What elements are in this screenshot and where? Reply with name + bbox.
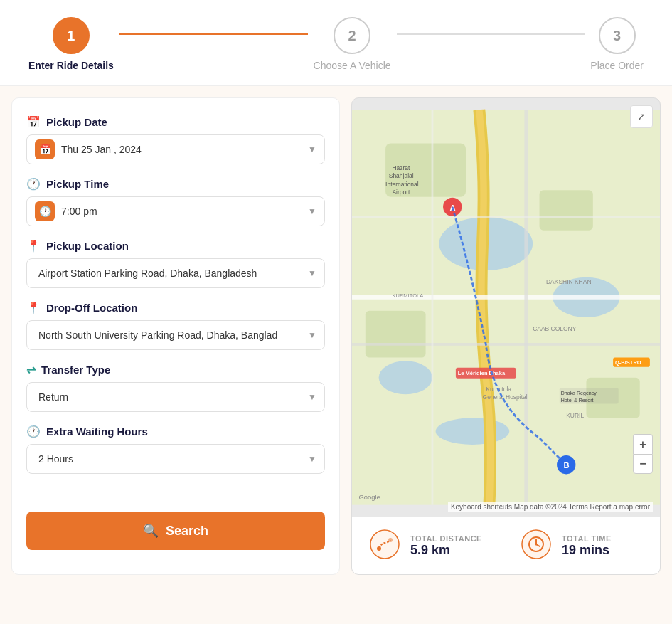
- pickup-date-group: 📅 Pickup Date 📅 Thu 25 Jan , 2024 ▼: [26, 115, 325, 164]
- distance-text: TOTAL DISTANCE 5.9 km: [410, 534, 482, 558]
- step-2-circle: 2: [334, 17, 370, 54]
- distance-icon-wrap: [369, 529, 400, 563]
- transfer-type-select[interactable]: Return One Way: [26, 382, 325, 412]
- dropoff-location-group: 📍 Drop-Off Location North South Universi…: [26, 301, 325, 350]
- right-panel: Hazrat Shahjalal International Airport D…: [351, 97, 661, 575]
- main-content: 📅 Pickup Date 📅 Thu 25 Jan , 2024 ▼ 🕐 Pi…: [0, 86, 672, 586]
- time-text: TOTAL TIME 19 mins: [562, 534, 612, 558]
- pickup-date-label: 📅 Pickup Date: [26, 115, 325, 129]
- step-line-1: [119, 33, 308, 35]
- svg-point-43: [535, 544, 538, 546]
- extra-waiting-select[interactable]: 2 Hours 1 Hour 3 Hours: [26, 444, 325, 474]
- extra-waiting-wrapper: 2 Hours 1 Hour 3 Hours ▼: [26, 444, 325, 474]
- pickup-time-group: 🕐 Pickup Time 🕐 7:00 pm ▼: [26, 177, 325, 226]
- pickup-date-wrapper: 📅 Thu 25 Jan , 2024 ▼: [26, 134, 325, 164]
- distance-stat: TOTAL DISTANCE 5.9 km: [369, 529, 491, 563]
- stepper-section: 1 Enter Ride Details 2 Choose A Vehicle …: [0, 0, 672, 86]
- pickup-date-select[interactable]: Thu 25 Jan , 2024: [26, 134, 325, 164]
- svg-text:Dhaka Regency: Dhaka Regency: [561, 391, 597, 396]
- calendar-select-icon: 📅: [35, 139, 55, 159]
- pickup-location-select[interactable]: Airport Station Parking Road, Dhaka, Ban…: [26, 258, 325, 288]
- step-3-label: Place Order: [590, 60, 644, 71]
- calendar-icon: 📅: [26, 115, 41, 129]
- pickup-time-wrapper: 🕐 7:00 pm ▼: [26, 196, 325, 226]
- svg-point-36: [370, 530, 399, 559]
- stats-bar: TOTAL DISTANCE 5.9 km: [351, 517, 661, 575]
- extra-waiting-label: 🕐 Extra Waiting Hours: [26, 425, 325, 438]
- svg-text:General Hospital: General Hospital: [483, 393, 528, 401]
- svg-text:CAAB COLONY: CAAB COLONY: [533, 325, 577, 332]
- pickup-location-label: 📍 Pickup Location: [26, 239, 325, 253]
- extra-waiting-group: 🕐 Extra Waiting Hours 2 Hours 1 Hour 3 H…: [26, 425, 325, 474]
- zoom-in-button[interactable]: +: [633, 434, 653, 454]
- transfer-icon: ⇌: [26, 363, 36, 376]
- svg-point-3: [379, 361, 432, 394]
- map-zoom-controls: + −: [633, 434, 653, 474]
- dropoff-location-wrapper: North South University Parking Road, Dha…: [26, 320, 325, 350]
- left-panel: 📅 Pickup Date 📅 Thu 25 Jan , 2024 ▼ 🕐 Pi…: [11, 97, 340, 575]
- map-container: Hazrat Shahjalal International Airport D…: [351, 97, 661, 517]
- pickup-location-wrapper: Airport Station Parking Road, Dhaka, Ban…: [26, 258, 325, 288]
- distance-value: 5.9 km: [410, 543, 482, 558]
- step-1-circle: 1: [53, 17, 90, 54]
- svg-text:KURMITOLA: KURMITOLA: [392, 292, 423, 299]
- step-2-label: Choose A Vehicle: [314, 60, 391, 71]
- dropoff-location-select[interactable]: North South University Parking Road, Dha…: [26, 320, 325, 350]
- svg-text:Hazrat: Hazrat: [392, 164, 410, 171]
- search-icon: 🔍: [143, 523, 159, 539]
- dropoff-location-label: 📍 Drop-Off Location: [26, 301, 325, 314]
- transfer-type-wrapper: Return One Way ▼: [26, 382, 325, 412]
- step-3-circle: 3: [599, 17, 636, 54]
- svg-text:Le Méridien Dhaka: Le Méridien Dhaka: [458, 370, 506, 376]
- time-value: 19 mins: [562, 543, 612, 558]
- map-expand-button[interactable]: ⤢: [630, 105, 653, 128]
- time-stat: TOTAL TIME 19 mins: [521, 529, 643, 563]
- pickup-location-group: 📍 Pickup Location Airport Station Parkin…: [26, 239, 325, 288]
- transfer-type-label: ⇌ Transfer Type: [26, 363, 325, 376]
- time-label: TOTAL TIME: [562, 534, 612, 543]
- svg-point-4: [436, 418, 510, 445]
- zoom-out-button[interactable]: −: [633, 454, 653, 474]
- divider: [26, 490, 325, 490]
- stats-divider: [506, 532, 506, 560]
- step-line-2: [397, 33, 585, 35]
- search-button[interactable]: 🔍 Search: [26, 512, 325, 550]
- step-1-label: Enter Ride Details: [28, 60, 114, 71]
- distance-icon: [369, 529, 400, 560]
- svg-text:DAKSHIN KHAN: DAKSHIN KHAN: [546, 278, 592, 285]
- transfer-type-group: ⇌ Transfer Type Return One Way ▼: [26, 363, 325, 412]
- stepper: 1 Enter Ride Details 2 Choose A Vehicle …: [28, 17, 644, 71]
- svg-text:Shahjalal: Shahjalal: [389, 172, 414, 179]
- time-icon-wrap: [521, 529, 552, 563]
- step-3: 3 Place Order: [590, 17, 644, 71]
- step-1: 1 Enter Ride Details: [28, 17, 114, 71]
- svg-text:Hotel & Resort: Hotel & Resort: [561, 398, 594, 403]
- svg-point-38: [388, 538, 393, 542]
- svg-text:KURIL: KURIL: [566, 412, 584, 419]
- pin-icon-dropoff: 📍: [26, 301, 41, 314]
- distance-label: TOTAL DISTANCE: [410, 534, 482, 543]
- clock-select-icon: 🕐: [35, 201, 55, 221]
- step-2: 2 Choose A Vehicle: [314, 17, 391, 71]
- clock-icon: 🕐: [26, 177, 41, 191]
- time-icon: [521, 529, 552, 560]
- map-svg: Hazrat Shahjalal International Airport D…: [352, 98, 660, 517]
- map-attribution: Keyboard shortcuts Map data ©2024 Terms …: [448, 502, 653, 512]
- clock-orange-icon: 🕐: [26, 425, 41, 438]
- pickup-time-select[interactable]: 7:00 pm: [26, 196, 325, 226]
- svg-text:International: International: [385, 181, 419, 188]
- svg-rect-7: [366, 311, 426, 358]
- svg-text:Google: Google: [358, 493, 380, 501]
- svg-text:Airport: Airport: [392, 189, 410, 196]
- pin-icon: 📍: [26, 239, 41, 253]
- expand-icon: ⤢: [637, 111, 646, 122]
- svg-text:Q-BISTRO: Q-BISTRO: [615, 359, 641, 366]
- pickup-time-label: 🕐 Pickup Time: [26, 177, 325, 191]
- svg-text:B: B: [563, 461, 569, 470]
- svg-rect-6: [540, 190, 593, 230]
